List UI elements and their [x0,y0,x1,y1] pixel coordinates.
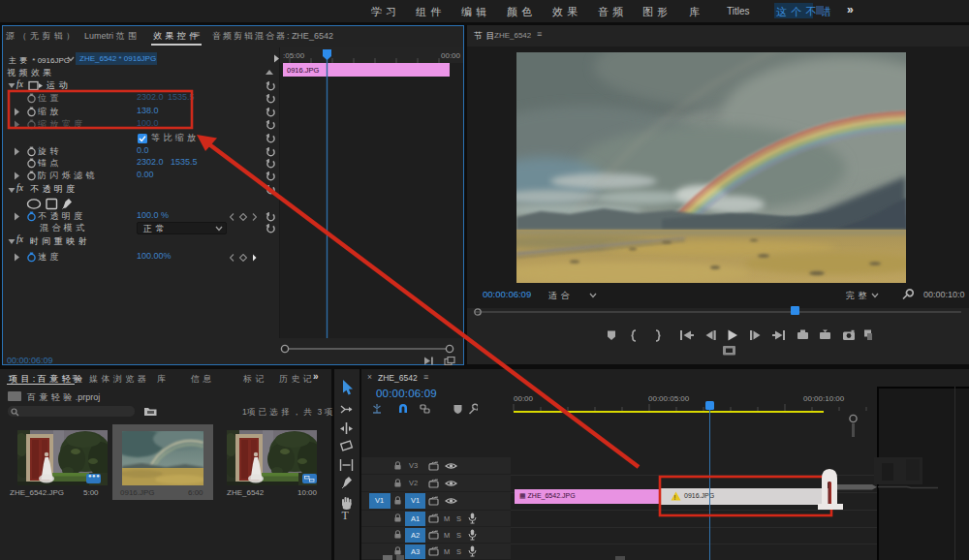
svg-text:0916.JPG: 0916.JPG [287,66,320,75]
svg-text:!: ! [674,494,676,501]
svg-text:T: T [342,509,350,519]
